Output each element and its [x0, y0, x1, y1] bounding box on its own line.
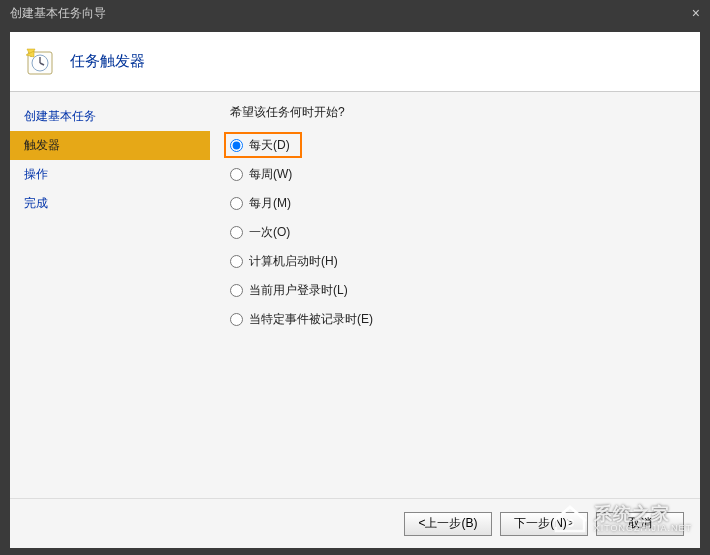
option-label: 每天(D) [249, 137, 290, 154]
sidebar-item-finish[interactable]: 完成 [10, 189, 210, 218]
radio-logon[interactable] [230, 284, 243, 297]
content-area: 任务触发器 创建基本任务 触发器 操作 完成 希望该任务何时开始? 每天(D) … [10, 32, 700, 548]
prompt-text: 希望该任务何时开始? [230, 104, 680, 121]
page-title: 任务触发器 [70, 52, 145, 71]
close-icon[interactable]: × [692, 5, 700, 21]
option-label: 计算机启动时(H) [249, 253, 338, 270]
option-logon[interactable]: 当前用户登录时(L) [230, 282, 680, 299]
option-monthly[interactable]: 每月(M) [230, 195, 680, 212]
titlebar: 创建基本任务向导 × [0, 0, 710, 26]
option-daily[interactable]: 每天(D) [230, 137, 680, 154]
sidebar-item-action[interactable]: 操作 [10, 160, 210, 189]
option-label: 当特定事件被记录时(E) [249, 311, 373, 328]
sidebar-item-create[interactable]: 创建基本任务 [10, 102, 210, 131]
radio-event[interactable] [230, 313, 243, 326]
option-label: 当前用户登录时(L) [249, 282, 348, 299]
option-label: 每月(M) [249, 195, 291, 212]
next-button[interactable]: 下一步(N)> [500, 512, 588, 536]
wizard-window: 创建基本任务向导 × 任务触发器 创建基本任务 触发器 操作 [0, 0, 710, 555]
radio-monthly[interactable] [230, 197, 243, 210]
back-button[interactable]: <上一步(B) [404, 512, 492, 536]
option-label: 一次(O) [249, 224, 290, 241]
option-label: 每周(W) [249, 166, 292, 183]
radio-daily[interactable] [230, 139, 243, 152]
clock-icon [24, 46, 56, 78]
footer: <上一步(B) 下一步(N)> 取消 [10, 498, 700, 548]
radio-weekly[interactable] [230, 168, 243, 181]
wizard-header: 任务触发器 [10, 32, 700, 92]
option-startup[interactable]: 计算机启动时(H) [230, 253, 680, 270]
sidebar-item-trigger[interactable]: 触发器 [10, 131, 210, 160]
option-event[interactable]: 当特定事件被记录时(E) [230, 311, 680, 328]
radio-once[interactable] [230, 226, 243, 239]
radio-startup[interactable] [230, 255, 243, 268]
option-weekly[interactable]: 每周(W) [230, 166, 680, 183]
main-panel: 希望该任务何时开始? 每天(D) 每周(W) 每月(M) 一次(O) [210, 92, 700, 498]
wizard-body: 创建基本任务 触发器 操作 完成 希望该任务何时开始? 每天(D) 每周(W) [10, 92, 700, 498]
option-once[interactable]: 一次(O) [230, 224, 680, 241]
cancel-button[interactable]: 取消 [596, 512, 684, 536]
window-title: 创建基本任务向导 [10, 5, 106, 22]
sidebar: 创建基本任务 触发器 操作 完成 [10, 92, 210, 498]
